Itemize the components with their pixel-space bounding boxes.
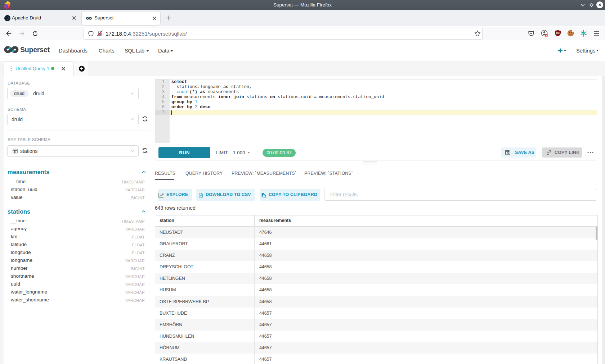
svg-text:UO: UO bbox=[556, 32, 560, 34]
